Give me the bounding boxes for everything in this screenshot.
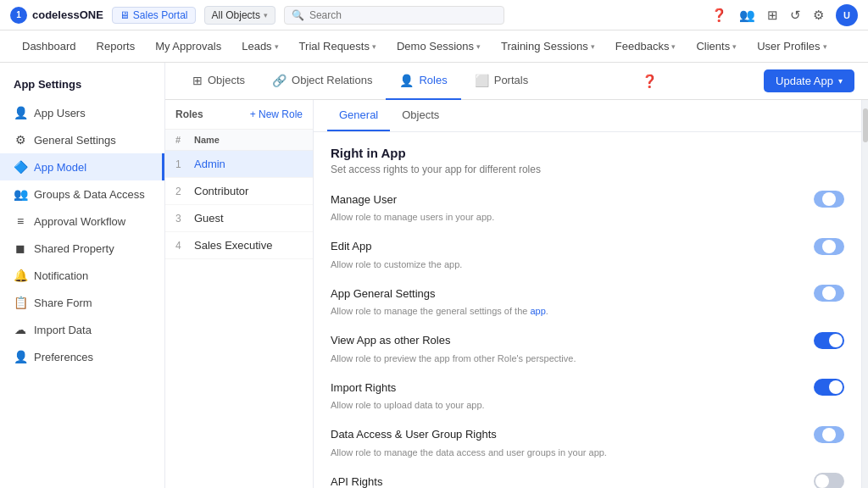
nav-demo-sessions[interactable]: Demo Sessions ▾ — [388, 30, 489, 63]
avatar[interactable]: U — [836, 4, 858, 26]
new-role-button[interactable]: + New Role — [250, 108, 303, 120]
col-name-label: Name — [194, 135, 220, 145]
sidebar-item-share-form[interactable]: 📋 Share Form — [0, 289, 164, 316]
demo-arrow: ▾ — [476, 42, 481, 51]
toggle-api-rights[interactable] — [814, 473, 844, 488]
all-objects-selector[interactable]: All Objects ▾ — [204, 6, 275, 25]
right-item-api-rights: API Rights — [331, 473, 844, 488]
roles-list-header: Roles + New Role — [165, 100, 313, 130]
app-users-icon: 👤 — [14, 106, 27, 119]
right-desc-import-rights: Allow role to upload data to your app. — [331, 398, 636, 413]
objects-tab-icon: ⊞ — [192, 74, 203, 87]
nav-user-profiles[interactable]: User Profiles ▾ — [748, 30, 835, 63]
topbar: 1 codelessONE 🖥 Sales Portal All Objects… — [0, 0, 868, 30]
topbar-icons: ❓ 👥 ⊞ ↺ ⚙ U — [711, 4, 858, 26]
help-icon[interactable]: ❓ — [711, 8, 727, 23]
tab-object-relations[interactable]: 🔗 Object Relations — [259, 63, 386, 100]
role-row-guest[interactable]: 3 Guest — [165, 205, 313, 232]
groups-icon: 👥 — [14, 187, 27, 201]
sidebar-item-groups-data[interactable]: 👥 Groups & Data Access — [0, 180, 164, 208]
sub-tab-objects[interactable]: Objects — [390, 100, 451, 131]
role-row-admin[interactable]: 1 Admin — [165, 151, 313, 178]
brand-name: codelessONE — [32, 8, 103, 21]
nav-clients[interactable]: Clients ▾ — [687, 30, 745, 63]
app-link: app — [530, 306, 545, 316]
rights-description: Set access rights to your app for differ… — [331, 164, 844, 175]
update-app-caret: ▾ — [838, 76, 843, 86]
right-item-data-access: Data Access & User Group Rights Allow ro… — [331, 426, 844, 460]
sidebar-label-app-model: App Model — [34, 161, 86, 174]
right-name-app-general-settings: App General Settings — [331, 287, 436, 300]
sidebar-item-preferences[interactable]: 👤 Preferences — [0, 343, 164, 370]
nav-trial-requests[interactable]: Trial Requests ▾ — [291, 30, 385, 63]
main-help-icon[interactable]: ❓ — [642, 74, 658, 89]
role-num-4: 4 — [175, 240, 194, 252]
sidebar-title: App Settings — [0, 73, 164, 99]
sidebar-item-app-users[interactable]: 👤 App Users — [0, 99, 164, 126]
sidebar-label-import-data: Import Data — [34, 324, 92, 336]
sub-tab-general[interactable]: General — [327, 100, 390, 131]
tab-roles-label: Roles — [419, 74, 447, 86]
update-app-label: Update App — [776, 75, 833, 87]
right-name-api-rights: API Rights — [331, 475, 382, 488]
rights-title: Right in App — [331, 146, 844, 160]
sidebar-item-shared-property[interactable]: ◼ Shared Property — [0, 235, 164, 262]
tab-roles[interactable]: 👤 Roles — [386, 63, 460, 100]
feedback-arrow: ▾ — [671, 42, 676, 51]
sidebar: App Settings 👤 App Users ⚙ General Setti… — [0, 63, 165, 488]
role-row-sales-executive[interactable]: 4 Sales Executive — [165, 232, 313, 259]
object-relations-icon: 🔗 — [272, 74, 287, 87]
roles-section-label: Roles — [175, 108, 243, 120]
toggle-data-access[interactable] — [814, 426, 844, 443]
role-name-guest: Guest — [194, 212, 224, 225]
grid-icon[interactable]: ⊞ — [767, 8, 778, 23]
update-app-button[interactable]: Update App ▾ — [764, 69, 854, 92]
search-input[interactable] — [309, 9, 497, 21]
right-item-manage-user: Manage User Allow role to manage users i… — [331, 191, 844, 225]
nav-dashboard[interactable]: Dashboard — [14, 30, 85, 63]
right-desc-edit-app: Allow role to customize the app. — [331, 258, 636, 272]
col-hash-label: # — [175, 135, 194, 145]
tab-portals[interactable]: ⬜ Portals — [461, 63, 542, 100]
scroll-thumb[interactable] — [863, 108, 868, 142]
sidebar-item-approval-workflow[interactable]: ≡ Approval Workflow — [0, 208, 164, 235]
main-content: ⊞ Objects 🔗 Object Relations 👤 Roles ⬜ P… — [165, 63, 868, 488]
role-num-1: 1 — [175, 158, 194, 170]
nav-feedbacks[interactable]: Feedbacks ▾ — [607, 30, 685, 63]
history-icon[interactable]: ↺ — [790, 8, 801, 23]
leads-arrow: ▾ — [275, 42, 279, 51]
toggle-import-rights[interactable] — [814, 379, 844, 396]
app-name: Sales Portal — [133, 9, 188, 21]
sidebar-label-share-form: Share Form — [34, 297, 92, 309]
logo-icon: 1 — [10, 7, 27, 24]
profiles-arrow: ▾ — [823, 42, 827, 51]
sidebar-item-notification[interactable]: 🔔 Notification — [0, 262, 164, 289]
toggle-manage-user[interactable] — [814, 191, 844, 208]
users-icon[interactable]: 👥 — [739, 8, 755, 23]
sub-tabs: General Objects — [314, 100, 861, 132]
right-name-manage-user: Manage User — [331, 193, 397, 206]
right-desc-app-general-settings: Allow role to manage the general setting… — [331, 304, 636, 319]
nav-leads[interactable]: Leads ▾ — [233, 30, 287, 63]
obj-selector-label: All Objects — [212, 9, 260, 21]
sidebar-item-general-settings[interactable]: ⚙ General Settings — [0, 126, 164, 153]
tab-objects[interactable]: ⊞ Objects — [179, 63, 259, 100]
settings-icon[interactable]: ⚙ — [813, 8, 824, 23]
toggle-edit-app[interactable] — [814, 238, 844, 255]
right-name-edit-app: Edit App — [331, 240, 371, 252]
role-row-contributor[interactable]: 2 Contributor — [165, 178, 313, 205]
main-tabs: ⊞ Objects 🔗 Object Relations 👤 Roles ⬜ P… — [165, 63, 868, 100]
training-arrow: ▾ — [591, 42, 595, 51]
tab-object-relations-label: Object Relations — [292, 74, 372, 86]
sidebar-item-app-model[interactable]: 🔷 App Model — [0, 153, 164, 180]
nav-my-approvals[interactable]: My Approvals — [147, 30, 230, 63]
scroll-track — [861, 100, 868, 488]
sidebar-label-general-settings: General Settings — [34, 134, 116, 147]
toggle-app-general-settings[interactable] — [814, 285, 844, 302]
toggle-view-app[interactable] — [814, 332, 844, 349]
app-badge[interactable]: 🖥 Sales Portal — [112, 7, 196, 24]
nav-training-sessions[interactable]: Training Sessions ▾ — [492, 30, 604, 63]
nav-reports[interactable]: Reports — [88, 30, 144, 63]
sidebar-item-import-data[interactable]: ☁ Import Data — [0, 316, 164, 343]
search-bar[interactable]: 🔍 — [284, 6, 504, 25]
